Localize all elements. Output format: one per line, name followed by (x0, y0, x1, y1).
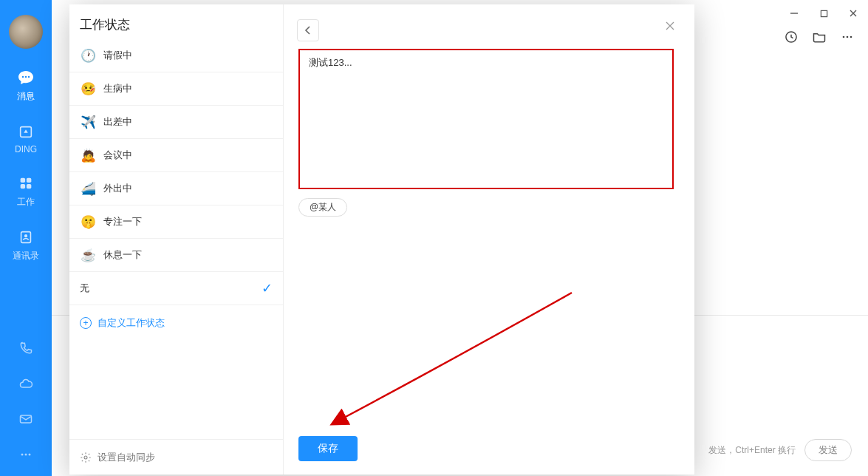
svg-point-13 (29, 454, 31, 456)
mail-icon[interactable] (18, 411, 34, 427)
plus-circle-icon: + (80, 317, 92, 329)
auto-sync-label: 设置自动同步 (98, 451, 155, 464)
svg-point-18 (850, 36, 852, 38)
rail-label: DING (15, 144, 37, 154)
svg-point-9 (24, 234, 27, 237)
person-bowing-icon: 🙇 (80, 148, 96, 163)
rail-item-messages[interactable]: 消息 (16, 68, 35, 103)
status-text-editor-wrapper (298, 49, 674, 189)
user-avatar[interactable] (9, 15, 43, 49)
status-label: 生病中 (103, 82, 132, 95)
status-item-meeting[interactable]: 🙇 会议中 (69, 139, 283, 172)
status-label: 专注一下 (103, 215, 142, 228)
cloud-icon[interactable] (18, 375, 34, 392)
status-item-focus[interactable]: 🤫 专注一下 (69, 205, 283, 239)
svg-point-12 (25, 454, 27, 456)
svg-point-1 (25, 76, 27, 78)
status-item-none[interactable]: 无 ✓ (69, 272, 283, 305)
status-label: 无 (80, 282, 89, 295)
sick-face-icon: 🤒 (80, 81, 96, 97)
history-icon[interactable] (784, 30, 799, 44)
status-label: 出差中 (103, 115, 132, 129)
send-hint: 发送，Ctrl+Enter 换行 (708, 444, 796, 457)
window-minimize-button[interactable] (779, 0, 809, 27)
status-item-business-trip[interactable]: ✈️ 出差中 (69, 106, 283, 139)
gear-icon (80, 452, 92, 463)
svg-point-19 (84, 456, 87, 459)
svg-rect-14 (821, 10, 827, 16)
status-label: 请假中 (103, 49, 132, 62)
custom-status-button[interactable]: + 自定义工作状态 (69, 305, 283, 341)
coffee-icon: ☕ (80, 248, 96, 263)
clock-icon: 🕐 (80, 48, 96, 64)
status-item-on-leave[interactable]: 🕐 请假中 (69, 39, 283, 72)
dialog-editor-panel: @某人 保存 (284, 4, 694, 475)
custom-status-label: 自定义工作状态 (98, 316, 165, 330)
status-item-out[interactable]: 🚄 外出中 (69, 172, 283, 205)
work-status-dialog: 工作状态 🕐 请假中 🤒 生病中 ✈️ 出差中 🙇 会议中 🚄 外出中 (69, 4, 694, 475)
window-close-button[interactable] (838, 0, 868, 27)
svg-rect-7 (27, 184, 31, 188)
status-label: 休息一下 (103, 248, 142, 262)
send-bar: 发送，Ctrl+Enter 换行 发送 (708, 439, 852, 461)
dialog-status-list-panel: 工作状态 🕐 请假中 🤒 生病中 ✈️ 出差中 🙇 会议中 🚄 外出中 (69, 4, 284, 475)
save-button[interactable]: 保存 (298, 436, 358, 461)
mention-someone-button[interactable]: @某人 (298, 198, 347, 217)
svg-point-2 (28, 76, 30, 78)
send-button[interactable]: 发送 (804, 439, 852, 461)
more-icon[interactable] (18, 446, 34, 463)
check-icon: ✓ (262, 280, 273, 296)
window-controls (779, 0, 868, 27)
svg-point-0 (22, 76, 24, 78)
annotation-arrow-icon (328, 285, 579, 433)
svg-point-16 (843, 36, 845, 38)
rail-label: 工作 (17, 196, 35, 208)
back-button[interactable] (297, 19, 319, 41)
svg-point-11 (21, 454, 24, 456)
rail-label: 消息 (17, 90, 35, 103)
status-label: 外出中 (103, 182, 132, 195)
apps-icon (16, 174, 35, 193)
window-maximize-button[interactable] (809, 0, 838, 27)
rail-item-contacts[interactable]: 通讯录 (13, 228, 39, 262)
phone-icon[interactable] (18, 340, 34, 356)
airplane-icon: ✈️ (80, 115, 96, 130)
dialog-title: 工作状态 (69, 16, 283, 39)
status-label: 会议中 (103, 149, 132, 162)
calendar-icon (16, 122, 35, 141)
folder-icon[interactable] (812, 30, 827, 44)
rail-item-ding[interactable]: DING (15, 122, 37, 154)
more-horizontal-icon[interactable] (840, 30, 855, 44)
status-text-input[interactable] (309, 56, 663, 182)
toolbar-icons (784, 30, 855, 44)
chat-icon (16, 68, 35, 87)
rail-label: 通讯录 (13, 250, 39, 262)
rail-item-work[interactable]: 工作 (16, 174, 35, 208)
svg-rect-5 (27, 178, 31, 183)
shushing-face-icon: 🤫 (80, 214, 96, 230)
train-icon: 🚄 (80, 181, 96, 197)
app-left-rail: 消息 DING 工作 通讯录 (0, 0, 52, 476)
contacts-icon (16, 228, 35, 247)
status-item-sick[interactable]: 🤒 生病中 (69, 72, 283, 106)
status-item-rest[interactable]: ☕ 休息一下 (69, 239, 283, 272)
auto-sync-settings-button[interactable]: 设置自动同步 (69, 439, 283, 475)
svg-point-17 (847, 36, 849, 38)
svg-rect-4 (21, 178, 25, 183)
svg-rect-6 (21, 184, 25, 188)
